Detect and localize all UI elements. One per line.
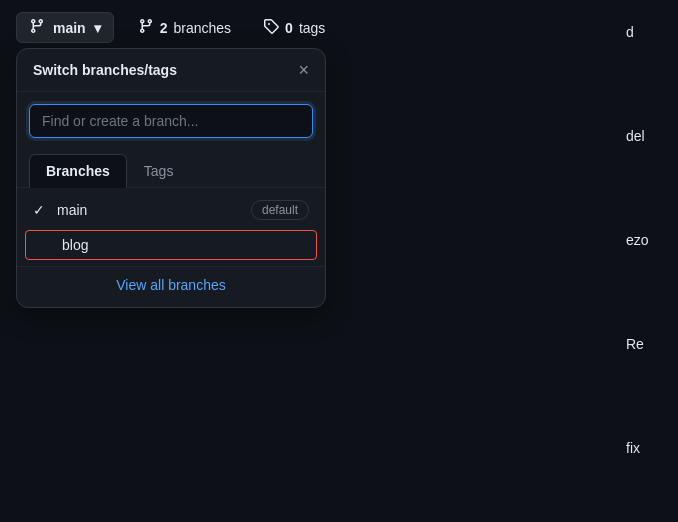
branch-list: ✓ main default ✓ blog xyxy=(17,188,325,266)
branch-dropdown-panel: Switch branches/tags × Branches Tags ✓ m… xyxy=(16,48,326,308)
branch-item-main-left: ✓ main xyxy=(33,202,87,218)
branches-count-link[interactable]: 2 branches xyxy=(130,13,239,42)
branch-count-icon xyxy=(138,18,154,37)
branch-search-input[interactable] xyxy=(29,104,313,138)
right-column: d del ezo Re fix xyxy=(618,0,678,522)
branch-name-blog: blog xyxy=(62,237,88,253)
tags-count-number: 0 xyxy=(285,20,293,36)
branch-count-number: 2 xyxy=(160,20,168,36)
branch-item-main[interactable]: ✓ main default xyxy=(17,192,325,228)
checkmark-icon: ✓ xyxy=(33,202,49,218)
branches-text: branches xyxy=(173,20,231,36)
branch-selector-button[interactable]: main ▾ xyxy=(16,12,114,43)
branch-icon xyxy=(29,18,45,37)
dropdown-header: Switch branches/tags × xyxy=(17,49,325,92)
view-all-container: View all branches xyxy=(17,266,325,307)
branch-chevron-icon: ▾ xyxy=(94,20,101,36)
tags-count-link[interactable]: 0 tags xyxy=(255,13,333,42)
tag-icon xyxy=(263,18,279,37)
default-badge: default xyxy=(251,200,309,220)
right-text-5: fix xyxy=(618,436,678,460)
tab-tags[interactable]: Tags xyxy=(127,154,191,188)
view-all-branches-link[interactable]: View all branches xyxy=(116,277,225,293)
branch-item-blog-left: ✓ blog xyxy=(38,237,88,253)
right-text-2: del xyxy=(618,124,678,148)
branch-item-blog[interactable]: ✓ blog xyxy=(25,230,317,260)
top-bar: main ▾ 2 branches 0 tags xyxy=(0,0,678,55)
dropdown-title: Switch branches/tags xyxy=(33,62,177,78)
right-text-4: Re xyxy=(618,332,678,356)
branch-button-label: main xyxy=(53,20,86,36)
tags-text: tags xyxy=(299,20,325,36)
search-container xyxy=(17,92,325,146)
branch-name-main: main xyxy=(57,202,87,218)
right-text-3: ezo xyxy=(618,228,678,252)
tabs-container: Branches Tags xyxy=(17,146,325,188)
close-button[interactable]: × xyxy=(298,61,309,79)
tab-branches[interactable]: Branches xyxy=(29,154,127,188)
